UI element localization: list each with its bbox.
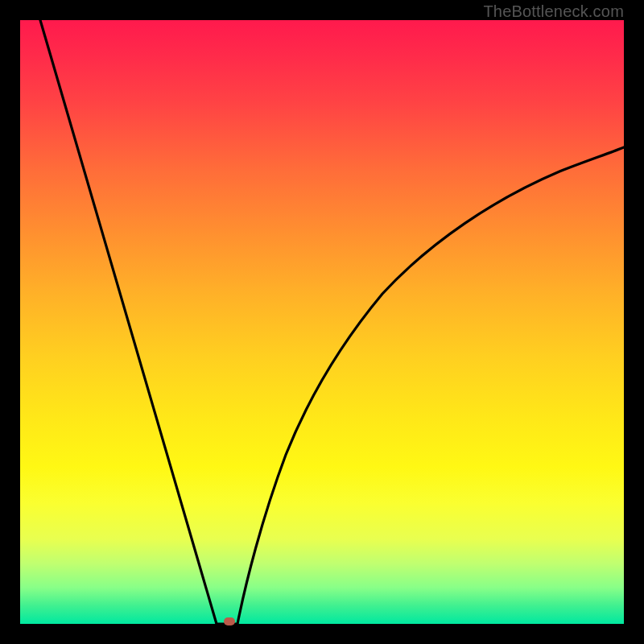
bottleneck-curve — [20, 20, 624, 624]
vertex-marker — [224, 617, 235, 625]
curve-left-branch — [40, 20, 217, 624]
curve-right-branch — [237, 147, 624, 624]
chart-frame: TheBottleneck.com — [20, 20, 624, 624]
watermark-text: TheBottleneck.com — [483, 2, 624, 21]
